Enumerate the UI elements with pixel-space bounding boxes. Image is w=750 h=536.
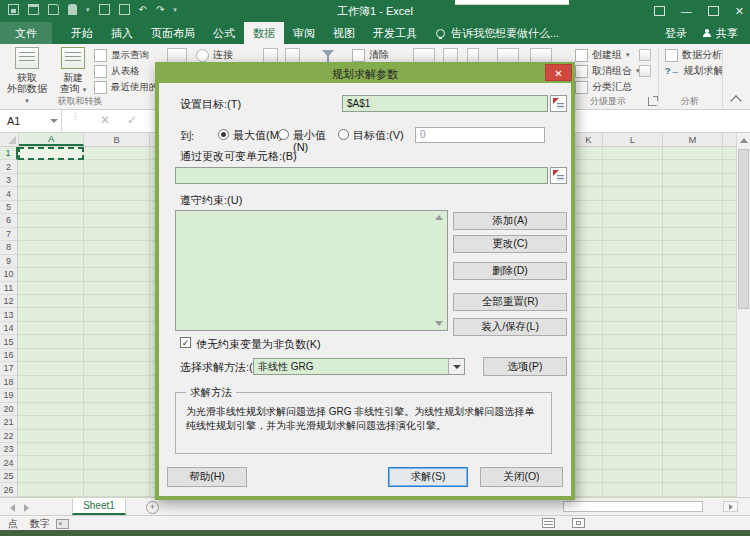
cell[interactable] xyxy=(663,147,723,160)
minimize-icon[interactable]: — xyxy=(681,5,692,17)
delete-constraint-button[interactable]: 删除(D) xyxy=(453,262,567,280)
tab-data[interactable]: 数据 xyxy=(244,22,284,44)
cell[interactable] xyxy=(575,322,603,335)
cell[interactable] xyxy=(18,430,84,443)
radio-min-label[interactable]: 最小值(N) xyxy=(293,129,337,153)
column-header-B[interactable]: B xyxy=(84,133,150,146)
vertical-scrollbar-thumb[interactable] xyxy=(738,149,749,309)
cell[interactable] xyxy=(723,362,736,375)
save-icon[interactable] xyxy=(8,4,19,15)
cell[interactable] xyxy=(84,187,150,200)
cell[interactable] xyxy=(84,201,150,214)
cell[interactable] xyxy=(603,470,663,483)
text-to-columns-icon[interactable] xyxy=(413,48,435,63)
cell[interactable] xyxy=(18,241,84,254)
cell[interactable] xyxy=(84,295,150,308)
cell[interactable] xyxy=(18,201,84,214)
cell[interactable] xyxy=(575,214,603,227)
cell[interactable] xyxy=(723,335,736,348)
help-button[interactable]: 帮助(H) xyxy=(167,467,247,487)
collapse-ribbon-icon[interactable] xyxy=(730,95,741,106)
scroll-right-icon[interactable] xyxy=(723,501,738,512)
cell[interactable] xyxy=(575,187,603,200)
tab-developer[interactable]: 开发工具 xyxy=(364,22,426,44)
group-button[interactable]: 创建组▾ xyxy=(575,48,630,62)
customize-qat-icon[interactable]: ▾ xyxy=(173,6,177,14)
new-sheet-icon[interactable]: + xyxy=(146,501,159,514)
horizontal-scrollbar-thumb[interactable] xyxy=(563,501,703,512)
solver-button[interactable]: ?→ 规划求解 xyxy=(665,64,724,78)
cell[interactable] xyxy=(663,174,723,187)
data-analysis-button[interactable]: 数据分析 xyxy=(665,48,722,62)
row-header[interactable]: 20 xyxy=(0,403,18,416)
ungroup-button[interactable]: 取消组合▾ xyxy=(575,64,640,78)
cell[interactable] xyxy=(84,147,150,160)
cell[interactable] xyxy=(84,282,150,295)
cell[interactable] xyxy=(84,160,150,173)
cell[interactable] xyxy=(18,308,84,321)
cell[interactable] xyxy=(603,160,663,173)
cell[interactable] xyxy=(84,470,150,483)
column-header-K[interactable]: K xyxy=(575,133,603,146)
cell[interactable] xyxy=(575,282,603,295)
ribbon-display-options-icon[interactable] xyxy=(654,6,665,16)
filter-icon[interactable] xyxy=(322,50,334,57)
cell[interactable] xyxy=(575,160,603,173)
cell[interactable] xyxy=(84,228,150,241)
cell[interactable] xyxy=(723,228,736,241)
cell[interactable] xyxy=(18,456,84,469)
cell[interactable] xyxy=(84,362,150,375)
cell[interactable] xyxy=(663,470,723,483)
cell[interactable] xyxy=(84,376,150,389)
cell[interactable] xyxy=(663,201,723,214)
show-queries-button[interactable]: 显示查询 xyxy=(94,49,149,62)
cell[interactable] xyxy=(603,322,663,335)
cell[interactable] xyxy=(603,268,663,281)
cell[interactable] xyxy=(663,403,723,416)
cell[interactable] xyxy=(84,456,150,469)
cell[interactable] xyxy=(603,349,663,362)
touch-mode-icon[interactable] xyxy=(68,4,77,15)
cancel-entry-icon[interactable]: ✕ xyxy=(100,113,110,127)
cell[interactable] xyxy=(723,308,736,321)
cell[interactable] xyxy=(84,214,150,227)
cell[interactable] xyxy=(663,322,723,335)
radio-max[interactable] xyxy=(218,129,229,140)
cell[interactable] xyxy=(603,295,663,308)
cell[interactable] xyxy=(663,430,723,443)
cell[interactable] xyxy=(575,201,603,214)
cell[interactable] xyxy=(84,322,150,335)
cell[interactable] xyxy=(723,187,736,200)
cell[interactable] xyxy=(663,376,723,389)
changing-cells-input[interactable] xyxy=(175,167,548,184)
cell[interactable] xyxy=(663,282,723,295)
row-header[interactable]: 10 xyxy=(0,268,18,281)
close-window-icon[interactable]: ✕ xyxy=(735,5,744,18)
row-header[interactable]: 1 xyxy=(0,147,18,160)
cell[interactable] xyxy=(723,443,736,456)
cell[interactable] xyxy=(18,389,84,402)
add-constraint-button[interactable]: 添加(A) xyxy=(453,212,567,230)
cell[interactable] xyxy=(603,389,663,402)
cell[interactable] xyxy=(84,308,150,321)
row-header[interactable]: 11 xyxy=(0,282,18,295)
cell[interactable] xyxy=(663,295,723,308)
cell[interactable] xyxy=(663,456,723,469)
cell[interactable] xyxy=(723,483,736,496)
options-button[interactable]: 选项(P) xyxy=(483,357,567,376)
change-constraint-button[interactable]: 更改(C) xyxy=(453,235,567,253)
cell[interactable] xyxy=(575,228,603,241)
cell[interactable] xyxy=(18,174,84,187)
row-header[interactable]: 13 xyxy=(0,308,18,321)
objective-input[interactable]: $A$1 xyxy=(342,95,548,112)
cell[interactable] xyxy=(723,241,736,254)
solver-dialog-titlebar[interactable]: 规划求解参数 ✕ xyxy=(159,66,571,83)
cell[interactable] xyxy=(603,308,663,321)
row-header[interactable]: 2 xyxy=(0,160,18,173)
cell[interactable] xyxy=(84,268,150,281)
cell[interactable] xyxy=(575,483,603,496)
from-table-button[interactable]: 从表格 xyxy=(94,65,140,78)
cell[interactable] xyxy=(723,416,736,429)
cell[interactable] xyxy=(18,403,84,416)
load-save-button[interactable]: 装入/保存(L) xyxy=(453,318,567,336)
